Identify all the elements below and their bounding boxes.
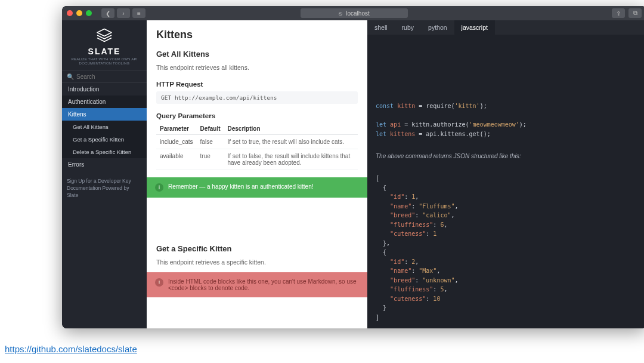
sidebar-footer: Sign Up for a Developer Key Documentatio…: [62, 178, 147, 199]
qp-header-description: Description: [224, 123, 358, 135]
code-note: The above command returns JSON structure…: [367, 147, 644, 165]
qp-default: false: [197, 134, 224, 149]
powered-by: Documentation Powered by Slate: [67, 185, 142, 199]
warning-icon: !: [155, 278, 163, 287]
notice-success: i Remember — a happy kitten is an authen…: [147, 177, 367, 198]
qp-param: include_cats: [156, 134, 197, 149]
search-input[interactable]: [76, 73, 142, 80]
app-body: SLATE REALIZE THAT WITH YOUR OWN API DOC…: [62, 20, 644, 328]
window-controls: [67, 10, 92, 16]
qp-desc: If set to true, the result will also inc…: [224, 134, 358, 149]
code-json-response: [ { "id": 1, "name": "Fluffums", "breed"…: [367, 165, 644, 328]
share-button[interactable]: ⇪: [612, 8, 625, 18]
brand-logo-icon: [95, 26, 113, 44]
tab-javascript[interactable]: javascript: [454, 20, 495, 35]
notice-danger: ! Inside HTML code blocks like this one,…: [147, 272, 367, 297]
minimize-icon[interactable]: [76, 10, 82, 16]
search-icon: 🔍: [67, 73, 74, 80]
info-icon: i: [155, 183, 163, 192]
qp-default: true: [197, 149, 224, 170]
tab-shell[interactable]: shell: [367, 20, 395, 35]
toc: Introduction Authentication Kittens Get …: [62, 83, 147, 171]
tabs-button[interactable]: ⧉: [628, 8, 642, 18]
search-bar[interactable]: 🔍: [62, 70, 147, 83]
nav-back-button[interactable]: ›: [117, 8, 130, 18]
close-icon[interactable]: [67, 10, 73, 16]
code-example-1: const kittn = require('kittn'); let api …: [367, 93, 644, 147]
sidebar: SLATE REALIZE THAT WITH YOUR OWN API DOC…: [62, 20, 147, 328]
table-row: include_cats false If set to true, the r…: [156, 134, 358, 149]
address-text: localhost: [346, 10, 369, 17]
toc-item-errors[interactable]: Errors: [62, 158, 147, 171]
zoom-icon[interactable]: [86, 10, 92, 16]
toc-item-kittens[interactable]: Kittens: [62, 108, 147, 121]
toc-subitem-get-all-kittens[interactable]: Get All Kittens: [62, 121, 147, 133]
toc-subitem-delete-specific-kitten[interactable]: Delete a Specific Kitten: [62, 146, 147, 158]
content-column: Kittens Get All Kittens This endpoint re…: [147, 20, 367, 328]
query-params-heading: Query Parameters: [156, 112, 358, 119]
qp-param: available: [156, 149, 197, 170]
signup-link[interactable]: Sign Up for a Developer Key: [67, 178, 142, 185]
page-title: Kittens: [156, 29, 358, 41]
brand: SLATE REALIZE THAT WITH YOUR OWN API DOC…: [62, 20, 147, 70]
table-row: available true If set to false, the resu…: [156, 149, 358, 170]
tab-ruby[interactable]: ruby: [395, 20, 421, 35]
browser-titlebar: ❮ › ≡ ⎋ localhost ⇪ ⧉: [62, 6, 644, 20]
nav-forward-button[interactable]: ≡: [132, 8, 145, 18]
repo-link[interactable]: https://github.com/slatedocs/slate: [5, 344, 137, 354]
section-title-get-all: Get All Kittens: [156, 50, 358, 59]
code-column: shell ruby python javascript const kittn…: [367, 20, 644, 328]
http-request-heading: HTTP Request: [156, 81, 358, 88]
browser-window: ❮ › ≡ ⎋ localhost ⇪ ⧉ SL: [62, 6, 644, 328]
toc-subitem-get-specific-kitten[interactable]: Get a Specific Kitten: [62, 133, 147, 146]
qp-header-parameter: Parameter: [156, 123, 197, 135]
notice-text: Inside HTML code blocks like this one, y…: [168, 278, 359, 291]
lock-icon: ⎋: [339, 10, 342, 17]
qp-header-default: Default: [197, 123, 224, 135]
language-tabs: shell ruby python javascript: [367, 20, 644, 35]
toc-item-introduction[interactable]: Introduction: [62, 83, 147, 96]
section-title-get-specific: Get a Specific Kitten: [156, 244, 358, 253]
section-desc-get-specific: This endpoint retrieves a specific kitte…: [156, 258, 358, 267]
notice-text: Remember — a happy kitten is an authenti…: [168, 183, 313, 190]
brand-tagline: REALIZE THAT WITH YOUR OWN API DOCUMENTA…: [64, 57, 144, 66]
brand-title: SLATE: [64, 47, 144, 56]
toc-item-authentication[interactable]: Authentication: [62, 96, 147, 108]
http-request-code: GET http://example.com/api/kittens: [156, 91, 358, 104]
qp-desc: If set to false, the result will include…: [224, 149, 358, 170]
address-bar[interactable]: ⎋ localhost: [301, 8, 408, 18]
sidebar-toggle-button[interactable]: ❮: [101, 8, 114, 18]
tab-python[interactable]: python: [421, 20, 454, 35]
query-params-table: Parameter Default Description include_ca…: [156, 123, 358, 170]
section-desc-get-all: This endpoint retrieves all kittens.: [156, 63, 358, 72]
